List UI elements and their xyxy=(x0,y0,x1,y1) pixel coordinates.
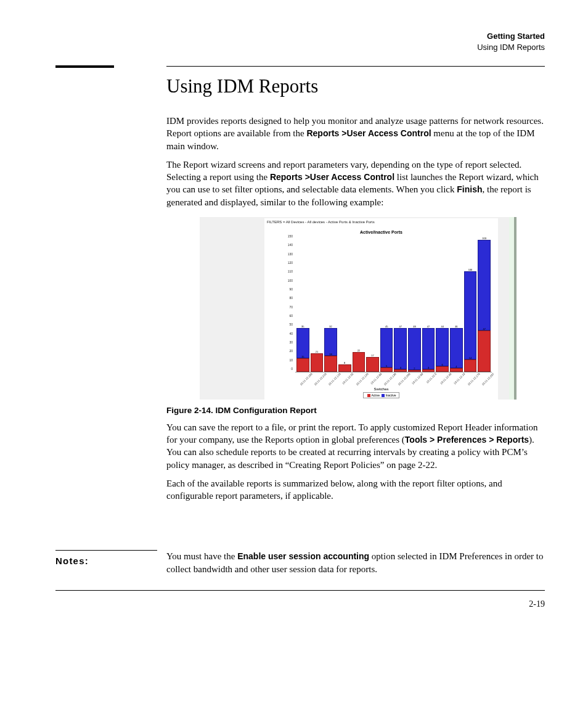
notes-rule xyxy=(55,550,157,551)
chart-y-tick: 80 xyxy=(289,296,293,300)
chart-x-tick: 10.11.12.160 xyxy=(296,372,309,388)
figure-caption: Figure 2-14. IDM Configuration Report xyxy=(166,406,545,415)
chart-bar-active xyxy=(380,367,393,372)
chart-bar-inactive xyxy=(408,328,421,370)
chart-bar: 10014 xyxy=(464,240,477,372)
chart-bar-inactive xyxy=(478,240,491,330)
chart-bar-inactive xyxy=(422,328,435,369)
chart-bar: 10347 xyxy=(478,240,491,372)
chart-bar-active xyxy=(353,352,365,371)
chart-bar: 446 xyxy=(436,240,449,372)
chart-x-tick: 10.11.12.210 xyxy=(311,372,324,388)
chart-x-tick: 10.11.12.170 xyxy=(464,372,477,388)
chart-x-ticks: 10.11.12.16010.11.12.21010.11.12.11010.1… xyxy=(295,372,492,388)
chart-bar: 482 xyxy=(408,240,421,372)
chart-y-tick: 90 xyxy=(289,287,293,291)
paragraph-4: Each of the available reports is summari… xyxy=(166,477,545,503)
chart-bar-active xyxy=(464,359,477,372)
figure-window: FILTERS = All Devices - All devices - Ac… xyxy=(200,217,514,400)
chart-bars: 3515213218822174554734824734464641001410… xyxy=(295,240,492,372)
chart-bar-active xyxy=(422,369,435,372)
page-title: Using IDM Reports xyxy=(166,75,545,97)
chapter-name: Getting Started xyxy=(55,31,545,42)
chart-y-tick: 50 xyxy=(289,322,293,326)
chart-bar: 8 xyxy=(338,240,351,372)
chart-x-tick: 10.11.12.120 xyxy=(353,372,365,388)
chart-y-ticks: 0102030405060708090100110120130140150 xyxy=(280,240,294,372)
chart-bar-inactive xyxy=(450,328,463,369)
chart-y-tick: 100 xyxy=(288,279,293,282)
notes-block: Notes: You must have the Enable user ses… xyxy=(55,550,545,581)
section-rule-thick xyxy=(55,65,114,68)
menu-path: Reports >User Access Control xyxy=(306,128,431,138)
page-number: 2-19 xyxy=(55,599,545,609)
chart-y-tick: 120 xyxy=(288,261,293,265)
chart-plot-area: 0102030405060708090100110120130140150 35… xyxy=(280,240,492,372)
chart-bar-active xyxy=(394,369,407,372)
chart-bar: 17 xyxy=(366,240,379,372)
option-name: Enable user session accounting xyxy=(237,551,369,561)
chart-bar: 455 xyxy=(380,240,393,372)
running-header: Getting Started Using IDM Reports xyxy=(55,31,545,52)
chart-bar-active xyxy=(296,358,309,371)
chart-bar-active xyxy=(311,353,324,372)
chart-bar: 3515 xyxy=(296,240,309,372)
chart-bar-inactive xyxy=(380,328,393,367)
chart-x-tick: 10.11.12.10 xyxy=(450,372,463,388)
chart-bar: 464 xyxy=(450,240,463,372)
chart-bar-active xyxy=(478,330,491,372)
chart-y-tick: 40 xyxy=(289,332,293,335)
chart-y-tick: 0 xyxy=(291,367,293,371)
section-name: Using IDM Reports xyxy=(55,42,545,53)
chart-x-tick: 10.11.12.207 xyxy=(478,372,491,388)
chart-x-tick: 10.11.12.5 xyxy=(422,372,435,388)
chart-y-tick: 60 xyxy=(289,314,293,318)
legend-label-inactive: Inactive xyxy=(385,393,396,397)
chart-bar-inactive xyxy=(296,328,309,359)
chart-x-tick: 10.11.12.110 xyxy=(324,372,337,388)
chart-legend: Active Inactive xyxy=(264,388,498,399)
chart-x-tick: 10.11.12.80 xyxy=(366,372,379,388)
chart-bar: 22 xyxy=(353,240,365,372)
bottom-rule xyxy=(55,590,545,591)
chart-x-tick: 10.11.12.55 xyxy=(338,372,351,388)
chart-bar-inactive xyxy=(436,328,449,367)
chart-filters-line: FILTERS = All Devices - All devices - Ac… xyxy=(264,218,498,225)
chart-bar-inactive xyxy=(394,328,407,369)
chart-bar-inactive xyxy=(464,271,477,359)
chart-x-tick: 10.11.12.90 xyxy=(408,372,421,388)
chart-x-tick: 10.11.12.130 xyxy=(380,372,393,388)
section-rule-thin xyxy=(166,66,545,67)
chart-bar-active xyxy=(338,364,351,371)
content-column: Using IDM Reports IDM provides reports d… xyxy=(166,75,545,502)
chart-bar-active xyxy=(450,368,463,372)
chart-title: Active/Inactive Ports xyxy=(264,230,498,234)
paragraph-3: You can save the report to a file, or pr… xyxy=(166,421,545,471)
paragraph-1: IDM provides reports designed to help yo… xyxy=(166,115,545,152)
chart-bar-active xyxy=(366,357,379,372)
chart-y-tick: 20 xyxy=(289,349,293,353)
chart-bar: 473 xyxy=(394,240,407,372)
chart-bar: 473 xyxy=(422,240,435,372)
chart-x-tick: 10.11.12.200 xyxy=(394,372,407,388)
chart-y-tick: 10 xyxy=(289,358,293,362)
legend-swatch-active xyxy=(367,394,370,397)
page: Getting Started Using IDM Reports Using … xyxy=(0,0,588,706)
figure-2-14: FILTERS = All Devices - All devices - Ac… xyxy=(200,217,517,400)
chart-bar-active xyxy=(436,366,449,372)
button-name-finish: Finish xyxy=(457,184,482,194)
chart-y-tick: 150 xyxy=(288,234,293,238)
chart-y-tick: 70 xyxy=(289,305,293,309)
menu-path: Tools > Preferences > Reports xyxy=(405,435,529,445)
chart-bar: 21 xyxy=(311,240,324,372)
notes-label: Notes: xyxy=(55,556,166,566)
legend-swatch-inactive xyxy=(382,394,385,397)
chart-bar: 3218 xyxy=(324,240,337,372)
notes-paragraph: You must have the Enable user session ac… xyxy=(166,550,545,575)
legend-label-active: Active xyxy=(371,393,380,397)
menu-path: Reports >User Access Control xyxy=(270,172,394,182)
chart-y-tick: 140 xyxy=(288,243,293,247)
chart-bar-active xyxy=(408,370,421,372)
chart-bar-inactive xyxy=(324,328,337,356)
paragraph-2: The Report wizard screens and report par… xyxy=(166,158,545,208)
